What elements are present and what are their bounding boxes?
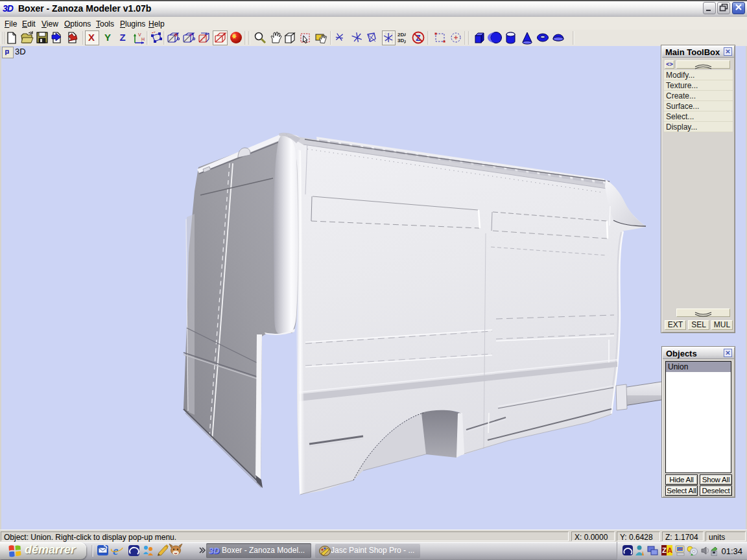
svg-text:A: A: [667, 546, 672, 554]
svg-text:2D: 2D: [397, 32, 404, 38]
svg-text:X: X: [88, 32, 95, 43]
svg-text:Z: Z: [119, 32, 125, 43]
svg-text:3D: 3D: [397, 38, 404, 43]
svg-text:e: e: [113, 544, 119, 557]
svg-text:V: V: [138, 32, 141, 37]
svg-text:Z: Z: [662, 546, 667, 554]
svg-text:Y: Y: [104, 32, 111, 43]
svg-text:3D: 3D: [209, 546, 220, 555]
svg-text:H: H: [141, 37, 145, 41]
